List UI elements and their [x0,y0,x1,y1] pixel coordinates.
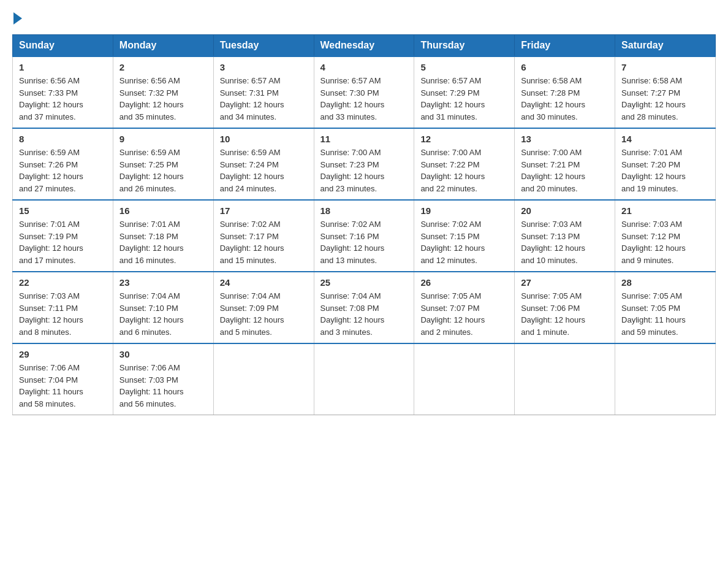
empty-cell [213,343,314,415]
day-number: 12 [420,134,508,144]
day-cell-4: 4Sunrise: 6:57 AMSunset: 7:30 PMDaylight… [314,56,414,128]
day-info: Sunrise: 7:00 AMSunset: 7:23 PMDaylight:… [320,147,408,194]
day-info: Sunrise: 7:04 AMSunset: 7:08 PMDaylight:… [320,290,408,338]
day-info: Sunrise: 6:57 AMSunset: 7:30 PMDaylight:… [320,75,408,123]
day-number: 4 [320,62,408,72]
day-cell-1: 1Sunrise: 6:56 AMSunset: 7:33 PMDaylight… [13,56,113,128]
day-number: 1 [19,62,107,72]
day-number: 24 [220,277,308,288]
weekday-header-row: SundayMondayTuesdayWednesdayThursdayFrid… [13,35,716,57]
empty-cell [515,343,615,415]
day-cell-9: 9Sunrise: 6:59 AMSunset: 7:25 PMDaylight… [113,128,213,200]
day-cell-13: 13Sunrise: 7:00 AMSunset: 7:21 PMDayligh… [515,128,615,200]
day-cell-21: 21Sunrise: 7:03 AMSunset: 7:12 PMDayligh… [615,200,716,272]
day-cell-7: 7Sunrise: 6:58 AMSunset: 7:27 PMDaylight… [615,56,716,128]
day-cell-2: 2Sunrise: 6:56 AMSunset: 7:32 PMDaylight… [113,56,213,128]
week-row-1: 1Sunrise: 6:56 AMSunset: 7:33 PMDaylight… [13,56,716,128]
day-number: 11 [320,134,408,144]
day-cell-6: 6Sunrise: 6:58 AMSunset: 7:28 PMDaylight… [515,56,615,128]
weekday-header-tuesday: Tuesday [213,35,314,57]
weekday-header-thursday: Thursday [414,35,515,57]
day-number: 21 [621,205,709,216]
day-info: Sunrise: 7:03 AMSunset: 7:12 PMDaylight:… [621,218,709,266]
day-info: Sunrise: 6:59 AMSunset: 7:25 PMDaylight:… [119,147,207,194]
day-info: Sunrise: 6:56 AMSunset: 7:33 PMDaylight:… [19,75,107,123]
logo-arrow-icon [13,12,22,25]
day-info: Sunrise: 7:04 AMSunset: 7:10 PMDaylight:… [119,290,207,338]
day-number: 10 [220,134,308,144]
week-row-2: 8Sunrise: 6:59 AMSunset: 7:26 PMDaylight… [13,128,716,200]
day-number: 29 [19,349,107,359]
day-number: 20 [521,205,609,216]
day-number: 25 [320,277,408,288]
day-number: 30 [119,349,207,359]
day-number: 17 [220,205,308,216]
day-cell-25: 25Sunrise: 7:04 AMSunset: 7:08 PMDayligh… [314,272,414,343]
day-number: 27 [521,277,609,288]
page-header [12,12,716,25]
day-info: Sunrise: 6:58 AMSunset: 7:28 PMDaylight:… [521,75,609,123]
day-info: Sunrise: 6:57 AMSunset: 7:31 PMDaylight:… [220,75,308,123]
day-cell-14: 14Sunrise: 7:01 AMSunset: 7:20 PMDayligh… [615,128,716,200]
day-cell-19: 19Sunrise: 7:02 AMSunset: 7:15 PMDayligh… [414,200,515,272]
day-number: 2 [119,62,207,72]
empty-cell [615,343,716,415]
day-info: Sunrise: 7:05 AMSunset: 7:06 PMDaylight:… [521,290,609,338]
day-info: Sunrise: 7:03 AMSunset: 7:13 PMDaylight:… [521,218,609,266]
logo [12,12,23,25]
day-cell-22: 22Sunrise: 7:03 AMSunset: 7:11 PMDayligh… [13,272,113,343]
day-cell-17: 17Sunrise: 7:02 AMSunset: 7:17 PMDayligh… [213,200,314,272]
day-number: 5 [420,62,508,72]
day-info: Sunrise: 7:02 AMSunset: 7:16 PMDaylight:… [320,218,408,266]
day-cell-15: 15Sunrise: 7:01 AMSunset: 7:19 PMDayligh… [13,200,113,272]
day-number: 13 [521,134,609,144]
weekday-header-wednesday: Wednesday [314,35,414,57]
day-info: Sunrise: 7:05 AMSunset: 7:07 PMDaylight:… [420,290,508,338]
weekday-header-monday: Monday [113,35,213,57]
week-row-5: 29Sunrise: 7:06 AMSunset: 7:04 PMDayligh… [13,343,716,415]
empty-cell [314,343,414,415]
day-info: Sunrise: 6:56 AMSunset: 7:32 PMDaylight:… [119,75,207,123]
day-cell-27: 27Sunrise: 7:05 AMSunset: 7:06 PMDayligh… [515,272,615,343]
day-info: Sunrise: 7:02 AMSunset: 7:15 PMDaylight:… [420,218,508,266]
day-info: Sunrise: 7:03 AMSunset: 7:11 PMDaylight:… [19,290,107,338]
day-cell-16: 16Sunrise: 7:01 AMSunset: 7:18 PMDayligh… [113,200,213,272]
day-cell-28: 28Sunrise: 7:05 AMSunset: 7:05 PMDayligh… [615,272,716,343]
day-cell-20: 20Sunrise: 7:03 AMSunset: 7:13 PMDayligh… [515,200,615,272]
day-cell-11: 11Sunrise: 7:00 AMSunset: 7:23 PMDayligh… [314,128,414,200]
day-cell-12: 12Sunrise: 7:00 AMSunset: 7:22 PMDayligh… [414,128,515,200]
day-info: Sunrise: 6:59 AMSunset: 7:24 PMDaylight:… [220,147,308,194]
day-number: 22 [19,277,107,288]
empty-cell [414,343,515,415]
day-info: Sunrise: 7:04 AMSunset: 7:09 PMDaylight:… [220,290,308,338]
day-cell-23: 23Sunrise: 7:04 AMSunset: 7:10 PMDayligh… [113,272,213,343]
day-number: 14 [621,134,709,144]
day-info: Sunrise: 7:05 AMSunset: 7:05 PMDaylight:… [621,290,709,338]
day-number: 16 [119,205,207,216]
week-row-4: 22Sunrise: 7:03 AMSunset: 7:11 PMDayligh… [13,272,716,343]
day-info: Sunrise: 7:01 AMSunset: 7:20 PMDaylight:… [621,147,709,194]
day-number: 7 [621,62,709,72]
day-number: 3 [220,62,308,72]
day-info: Sunrise: 7:01 AMSunset: 7:19 PMDaylight:… [19,218,107,266]
day-info: Sunrise: 6:58 AMSunset: 7:27 PMDaylight:… [621,75,709,123]
day-number: 23 [119,277,207,288]
day-info: Sunrise: 7:06 AMSunset: 7:03 PMDaylight:… [119,362,207,410]
day-info: Sunrise: 6:57 AMSunset: 7:29 PMDaylight:… [420,75,508,123]
day-info: Sunrise: 7:02 AMSunset: 7:17 PMDaylight:… [220,218,308,266]
day-number: 6 [521,62,609,72]
weekday-header-saturday: Saturday [615,35,716,57]
day-cell-3: 3Sunrise: 6:57 AMSunset: 7:31 PMDaylight… [213,56,314,128]
day-number: 28 [621,277,709,288]
day-info: Sunrise: 7:00 AMSunset: 7:21 PMDaylight:… [521,147,609,194]
weekday-header-friday: Friday [515,35,615,57]
day-number: 19 [420,205,508,216]
day-cell-26: 26Sunrise: 7:05 AMSunset: 7:07 PMDayligh… [414,272,515,343]
day-number: 18 [320,205,408,216]
day-cell-8: 8Sunrise: 6:59 AMSunset: 7:26 PMDaylight… [13,128,113,200]
calendar-table: SundayMondayTuesdayWednesdayThursdayFrid… [12,34,716,415]
day-info: Sunrise: 7:06 AMSunset: 7:04 PMDaylight:… [19,362,107,410]
day-cell-24: 24Sunrise: 7:04 AMSunset: 7:09 PMDayligh… [213,272,314,343]
weekday-header-sunday: Sunday [13,35,113,57]
day-cell-5: 5Sunrise: 6:57 AMSunset: 7:29 PMDaylight… [414,56,515,128]
